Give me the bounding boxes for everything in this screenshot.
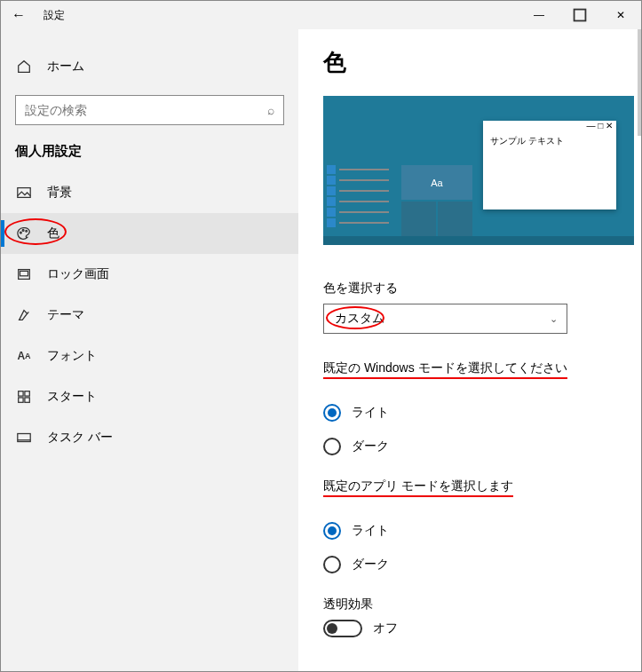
sidebar-item-taskbar[interactable]: タスク バー bbox=[1, 417, 298, 458]
svg-rect-0 bbox=[575, 10, 586, 21]
theme-icon bbox=[15, 306, 33, 324]
home-icon bbox=[15, 58, 33, 75]
toggle-switch bbox=[323, 620, 362, 637]
radio-label: ダーク bbox=[352, 439, 389, 455]
radio-label: ライト bbox=[352, 405, 389, 421]
sidebar-item-fonts[interactable]: AA フォント bbox=[1, 336, 298, 376]
transparency-label: 透明効果 bbox=[323, 597, 616, 613]
sidebar-item-label: ロック画面 bbox=[47, 266, 109, 282]
sidebar: ホーム ⌕ 個人用設定 背景 色 bbox=[1, 29, 298, 671]
svg-point-2 bbox=[20, 232, 22, 233]
radio-label: ライト bbox=[352, 523, 389, 539]
choose-color-value: カスタム bbox=[335, 311, 384, 327]
sidebar-item-label: 背景 bbox=[47, 185, 72, 201]
toggle-value: オフ bbox=[373, 621, 398, 636]
svg-rect-6 bbox=[20, 271, 28, 275]
sidebar-home-label: ホーム bbox=[47, 59, 84, 75]
svg-point-4 bbox=[26, 230, 28, 232]
windows-mode-light-radio[interactable]: ライト bbox=[323, 404, 616, 422]
sidebar-item-label: フォント bbox=[47, 348, 97, 364]
window-title: 設定 bbox=[44, 8, 65, 23]
radio-icon bbox=[323, 522, 341, 540]
font-icon: AA bbox=[15, 347, 33, 365]
sidebar-item-label: スタート bbox=[47, 389, 97, 405]
app-mode-dark-radio[interactable]: ダーク bbox=[323, 556, 616, 573]
windows-mode-label: 既定の Windows モードを選択してください bbox=[323, 360, 567, 379]
choose-color-dropdown[interactable]: カスタム ⌄ bbox=[323, 304, 567, 334]
sidebar-item-colors[interactable]: 色 bbox=[1, 213, 298, 254]
radio-label: ダーク bbox=[352, 557, 389, 573]
sidebar-item-label: タスク バー bbox=[47, 430, 113, 446]
preview-window: — □ ✕ サンプル テキスト bbox=[483, 121, 616, 210]
app-mode-label: 既定のアプリ モードを選択します bbox=[323, 478, 513, 497]
sidebar-item-start[interactable]: スタート bbox=[1, 376, 298, 417]
preview-tiles: Aa bbox=[401, 165, 472, 236]
sidebar-item-label: 色 bbox=[47, 225, 59, 241]
scrollbar[interactable] bbox=[638, 29, 641, 136]
maximize-button[interactable] bbox=[559, 1, 600, 29]
svg-rect-9 bbox=[19, 398, 23, 402]
radio-icon bbox=[323, 404, 341, 422]
palette-icon bbox=[15, 225, 33, 242]
minimize-button[interactable]: — bbox=[519, 1, 559, 29]
chevron-down-icon: ⌄ bbox=[550, 313, 558, 325]
search-icon: ⌕ bbox=[267, 103, 274, 117]
svg-rect-8 bbox=[25, 391, 29, 396]
transparency-toggle[interactable]: オフ bbox=[323, 620, 616, 637]
app-mode-light-radio[interactable]: ライト bbox=[323, 522, 616, 540]
start-icon bbox=[15, 388, 33, 406]
sidebar-item-background[interactable]: 背景 bbox=[1, 172, 298, 213]
taskbar-icon bbox=[15, 429, 33, 447]
sidebar-item-label: テーマ bbox=[47, 307, 84, 323]
sidebar-item-themes[interactable]: テーマ bbox=[1, 295, 298, 336]
windows-mode-dark-radio[interactable]: ダーク bbox=[323, 438, 616, 455]
radio-icon bbox=[323, 556, 341, 573]
sidebar-home[interactable]: ホーム bbox=[1, 47, 298, 86]
titlebar: ← 設定 — ✕ bbox=[1, 1, 641, 29]
color-preview: Aa — □ ✕ サンプル テキスト bbox=[323, 96, 634, 245]
choose-color-label: 色を選択する bbox=[323, 281, 616, 296]
svg-rect-1 bbox=[18, 188, 30, 198]
preview-window-text: サンプル テキスト bbox=[490, 135, 609, 147]
sidebar-section-title: 個人用設定 bbox=[1, 143, 298, 172]
page-title: 色 bbox=[323, 47, 616, 78]
search-input-wrap[interactable]: ⌕ bbox=[15, 95, 284, 125]
picture-icon bbox=[15, 184, 33, 202]
main-content: 色 Aa — □ ✕ サンプル テキスト bbox=[298, 29, 641, 671]
preview-tile-aa: Aa bbox=[401, 165, 472, 200]
radio-icon bbox=[323, 438, 341, 455]
svg-rect-10 bbox=[25, 398, 29, 402]
search-input[interactable] bbox=[25, 103, 267, 117]
svg-rect-7 bbox=[19, 391, 23, 396]
back-button[interactable]: ← bbox=[1, 7, 36, 23]
close-button[interactable]: ✕ bbox=[600, 1, 641, 29]
svg-point-3 bbox=[22, 230, 24, 232]
lockscreen-icon bbox=[15, 265, 33, 283]
preview-list bbox=[327, 165, 389, 229]
sidebar-item-lockscreen[interactable]: ロック画面 bbox=[1, 254, 298, 295]
